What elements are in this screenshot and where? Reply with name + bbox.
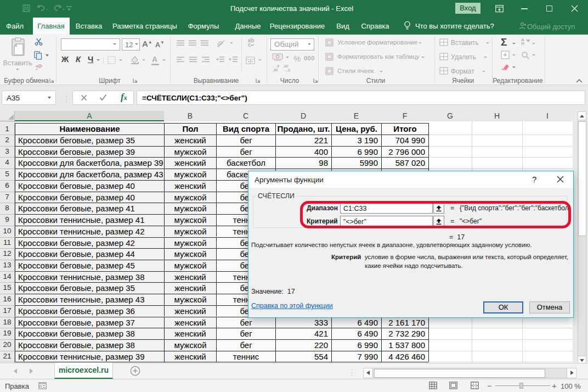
svg-text:←.0: ←.0 [272,64,279,68]
svg-text:,00: ,00 [273,68,278,72]
svg-text:.00: .00 [283,64,289,68]
svg-text:ab: ab [217,39,224,47]
svg-text:→,0: →,0 [283,68,290,72]
